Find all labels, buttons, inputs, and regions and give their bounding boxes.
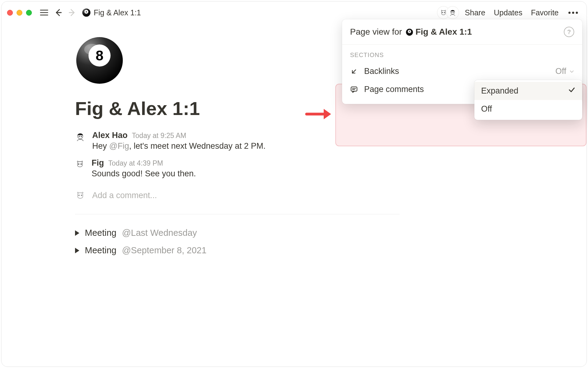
breadcrumb-title: Fig & Alex 1:1 (94, 8, 141, 17)
comment-text: Sounds good! See you then. (92, 169, 400, 178)
meetings-list: Meeting @Last Wednesday Meeting @Septemb… (75, 228, 400, 255)
svg-point-13 (453, 12, 454, 13)
eightball-icon: 8 (406, 28, 413, 36)
avatar-alex (447, 6, 459, 19)
add-comment-input[interactable]: Add a comment... (75, 190, 400, 201)
check-icon (568, 86, 575, 96)
toggle-triangle-icon[interactable] (75, 230, 79, 236)
svg-text:8: 8 (96, 48, 104, 63)
window-zoom-button[interactable] (26, 10, 32, 16)
comment-text-fragment: Hey (92, 141, 109, 151)
mention[interactable]: @Fig (109, 141, 129, 151)
svg-point-20 (81, 136, 82, 137)
dropdown-option-label: Off (481, 104, 492, 114)
sidebar-toggle-button[interactable] (38, 6, 50, 19)
callout-arrow-icon (306, 108, 332, 121)
svg-text:8: 8 (86, 10, 87, 13)
svg-point-21 (78, 163, 79, 164)
popover-page-title: Fig & Alex 1:1 (416, 27, 472, 37)
nav-back-button[interactable] (52, 6, 64, 19)
topbar-actions: Share Updates Favorite (465, 8, 578, 17)
avatar-fig (75, 159, 85, 169)
dropdown-option-label: Expanded (481, 86, 518, 96)
avatar-alex (75, 132, 85, 142)
svg-point-9 (442, 12, 443, 13)
app-window: 8 Fig & Alex 1:1 (1, 1, 587, 367)
nav-forward-button[interactable] (66, 6, 78, 19)
comment-author: Fig (92, 158, 104, 168)
svg-rect-28 (351, 87, 357, 91)
dropdown-option-expanded[interactable]: Expanded (474, 82, 582, 100)
page-comments-dropdown: Expanded Off (474, 80, 582, 120)
eightball-icon: 8 (82, 8, 91, 17)
backlinks-row[interactable]: Backlinks Off (342, 62, 582, 80)
backlinks-icon (350, 67, 358, 75)
window-minimize-button[interactable] (17, 10, 22, 16)
comments-icon (350, 86, 358, 94)
svg-point-19 (79, 136, 80, 137)
presence-avatars[interactable] (437, 6, 459, 19)
popover-header: Page view for 8 Fig & Alex 1:1 ? (342, 19, 582, 45)
date-mention[interactable]: @September 8, 2021 (122, 245, 206, 255)
svg-point-23 (78, 195, 79, 196)
add-comment-placeholder: Add a comment... (92, 191, 157, 200)
more-menu-button[interactable] (567, 12, 578, 14)
toggle-label: Meeting (85, 245, 116, 255)
avatar-fig (75, 190, 85, 201)
window-close-button[interactable] (7, 10, 13, 16)
svg-point-24 (81, 195, 82, 196)
svg-text:8: 8 (409, 30, 410, 33)
toggle-block[interactable]: Meeting @Last Wednesday (75, 228, 400, 238)
comment-time: Today at 9:25 AM (132, 132, 187, 140)
date-mention[interactable]: @Last Wednesday (122, 228, 197, 238)
divider (75, 214, 400, 214)
page-icon[interactable]: 8 (75, 36, 124, 85)
share-button[interactable]: Share (465, 8, 485, 17)
breadcrumb[interactable]: 8 Fig & Alex 1:1 (82, 8, 141, 17)
chevron-down-icon (569, 67, 574, 76)
comment-text-fragment: Sounds good! See you then. (92, 169, 196, 178)
toggle-label: Meeting (85, 228, 116, 238)
help-icon[interactable]: ? (564, 27, 574, 37)
toggle-triangle-icon[interactable] (75, 248, 79, 253)
updates-button[interactable]: Updates (494, 8, 522, 17)
svg-point-10 (444, 12, 445, 13)
favorite-button[interactable]: Favorite (531, 8, 559, 17)
backlinks-value: Off (555, 67, 566, 76)
svg-point-12 (451, 12, 452, 13)
toggle-block[interactable]: Meeting @September 8, 2021 (75, 245, 400, 255)
comment-author: Alex Hao (92, 131, 128, 140)
popover-header-prefix: Page view for (350, 27, 402, 37)
comment-time: Today at 4:39 PM (108, 159, 163, 167)
window-controls (7, 10, 32, 16)
comment-text-fragment: , let's meet next Wednesday at 2 PM. (129, 141, 266, 151)
svg-point-22 (81, 163, 81, 164)
comment-item: Fig Today at 4:39 PM Sounds good! See yo… (75, 158, 400, 178)
popover-section-label: SECTIONS (342, 45, 582, 62)
backlinks-label: Backlinks (364, 67, 399, 76)
dropdown-option-off[interactable]: Off (474, 100, 582, 118)
page-comments-label: Page comments (364, 85, 424, 94)
